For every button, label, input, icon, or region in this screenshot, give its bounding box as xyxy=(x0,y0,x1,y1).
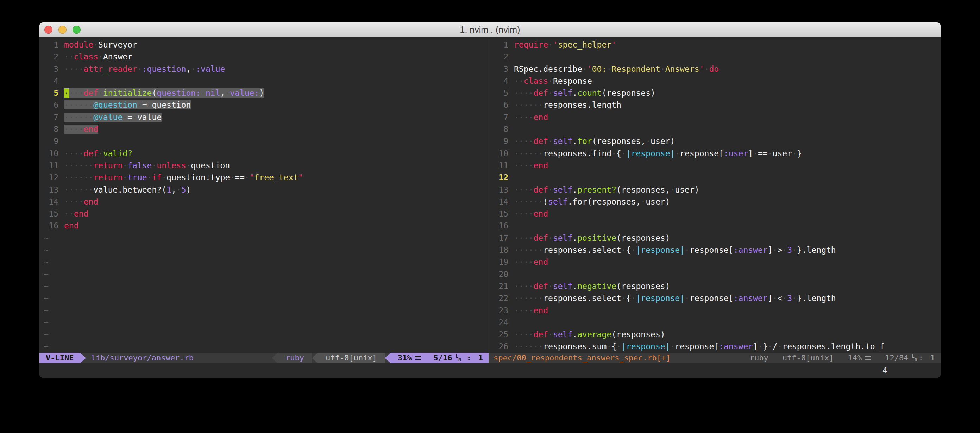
code-line: 16end xyxy=(40,220,488,232)
code-line: 8 xyxy=(489,123,940,135)
line-number: 21 xyxy=(489,280,508,292)
code-line: 18······responses.select·{·|response|·re… xyxy=(489,244,940,256)
code-line: 5····def·self.count(responses) xyxy=(489,87,940,99)
line-number: 11 xyxy=(489,159,508,172)
line-number: 2 xyxy=(40,51,59,63)
code-line: 13····def·self.present?(responses,·user) xyxy=(489,184,940,196)
line-number: 4 xyxy=(489,75,508,87)
editor-pane-right[interactable]: 1require·'spec_helper'23RSpec.describe·'… xyxy=(489,37,940,353)
code-line: 6······responses.length xyxy=(489,99,940,111)
code-line: 17····def·self.positive(responses) xyxy=(489,232,940,244)
pending-command-count: 4 xyxy=(883,365,888,376)
line-number: 12 xyxy=(40,172,59,183)
buffer-right: 1require·'spec_helper'23RSpec.describe·'… xyxy=(489,37,940,353)
code-line: 14······!self.for(responses,·user) xyxy=(489,196,940,208)
line-number: 13 xyxy=(40,184,59,196)
column-number: 1 xyxy=(931,353,935,363)
line-number: 8 xyxy=(40,123,59,135)
line-number: 2 xyxy=(489,51,508,63)
mode-indicator: V-LINE xyxy=(40,353,80,363)
file-path: lib/surveyor/answer.rb xyxy=(86,353,193,363)
editor-pane-left[interactable]: 1module·Surveyor2··class·Answer3····attr… xyxy=(40,37,488,353)
cursor-position: 5/16 xyxy=(434,353,452,363)
filler-line: ~ xyxy=(40,317,488,328)
encoding-label: utf-8[unix] xyxy=(783,353,834,363)
powerline-separator-icon xyxy=(312,353,318,363)
cursor-position: 12/84 xyxy=(885,353,908,363)
code-line: 23····end xyxy=(489,304,940,317)
scroll-percent: 31% xyxy=(398,353,412,363)
lines-icon xyxy=(415,356,421,360)
maxlinenr-icon: LN xyxy=(456,355,461,361)
filler-line: ~ xyxy=(40,292,488,304)
line-number: 7 xyxy=(489,111,508,123)
code-line: 7······@value·=·value xyxy=(40,111,488,123)
lines-icon xyxy=(865,356,871,360)
code-line: 12······return·true·if·question.type·==·… xyxy=(40,172,488,183)
code-line: 1module·Surveyor xyxy=(40,39,488,51)
code-line: 19····end xyxy=(489,256,940,268)
scroll-percent: 14% xyxy=(848,353,862,363)
statusline-left: V-LINE lib/surveyor/answer.rb ruby utf-8… xyxy=(40,353,488,363)
encoding-label: utf-8[unix] xyxy=(318,353,385,363)
statusline-right: spec/00_respondents_answers_spec.rb[+] r… xyxy=(489,353,940,363)
position-section: 31% 5/16 LN : 1 xyxy=(391,353,488,363)
line-number: 22 xyxy=(489,292,508,304)
line-number: 18 xyxy=(489,244,508,256)
titlebar[interactable]: 1. nvim . (nvim) xyxy=(40,22,940,38)
code-line: 15··end xyxy=(40,208,488,220)
filler-line: ~ xyxy=(40,232,488,244)
buffer-left: 1module·Surveyor2··class·Answer3····attr… xyxy=(40,37,488,353)
line-number: 8 xyxy=(489,123,508,135)
code-line: 4 xyxy=(40,75,488,87)
code-line: 11····end xyxy=(489,159,940,172)
code-line: 9····def·self.for(responses,·user) xyxy=(489,135,940,147)
file-path: spec/00_respondents_answers_spec.rb[+] xyxy=(489,353,671,363)
line-number: 3 xyxy=(40,63,59,75)
code-line: 2··class·Answer xyxy=(40,51,488,63)
line-number: 5 xyxy=(40,87,59,99)
line-number: 1 xyxy=(489,39,508,51)
filler-line: ~ xyxy=(40,280,488,292)
line-number: 13 xyxy=(489,184,508,196)
command-line[interactable]: 4 xyxy=(40,363,940,378)
filler-line: ~ xyxy=(40,256,488,268)
line-number: 6 xyxy=(40,99,59,111)
code-line: 1require·'spec_helper' xyxy=(489,39,940,51)
code-line: 5····def·initialize(question:·nil,·value… xyxy=(40,87,488,99)
line-number: 7 xyxy=(40,111,59,123)
code-line: 10····def·valid? xyxy=(40,148,488,159)
filler-line: ~ xyxy=(40,268,488,280)
line-number: 26 xyxy=(489,341,508,352)
filetype-label: ruby xyxy=(750,353,768,363)
code-line: 13······value.between?(1,·5) xyxy=(40,184,488,196)
column-number: 1 xyxy=(478,353,483,363)
line-number: 4 xyxy=(40,75,59,87)
line-number: 12 xyxy=(489,172,508,183)
filler-line: ~ xyxy=(40,244,488,256)
code-line: 14····end xyxy=(40,196,488,208)
position-section: 12/84 LN : 1 xyxy=(885,353,935,363)
powerline-separator-icon xyxy=(80,353,86,363)
line-number: 15 xyxy=(489,208,508,220)
line-number: 10 xyxy=(40,148,59,159)
filler-line: ~ xyxy=(40,341,488,352)
maxlinenr-icon: LN xyxy=(912,355,917,361)
code-line: 15····end xyxy=(489,208,940,220)
nvim-terminal: 1module·Surveyor2··class·Answer3····attr… xyxy=(40,37,940,378)
line-number: 16 xyxy=(40,220,59,232)
code-line: 8····end xyxy=(40,123,488,135)
line-number: 5 xyxy=(489,87,508,99)
scroll-percent-section: 14% xyxy=(848,353,871,363)
column-separator: : xyxy=(467,353,471,363)
code-line: 22······responses.select·{·|response|·re… xyxy=(489,292,940,304)
code-line: 11······return·false·unless·question xyxy=(40,159,488,172)
code-line: 3RSpec.describe·'00:·Respondent·Answers'… xyxy=(489,63,940,75)
line-number: 14 xyxy=(489,196,508,208)
code-line: 21····def·self.negative(responses) xyxy=(489,280,940,292)
code-line: 3····attr_reader·:question,·:value xyxy=(40,63,488,75)
line-number: 23 xyxy=(489,304,508,317)
filetype-label: ruby xyxy=(278,353,312,363)
filler-line: ~ xyxy=(40,304,488,317)
line-number: 16 xyxy=(489,220,508,232)
